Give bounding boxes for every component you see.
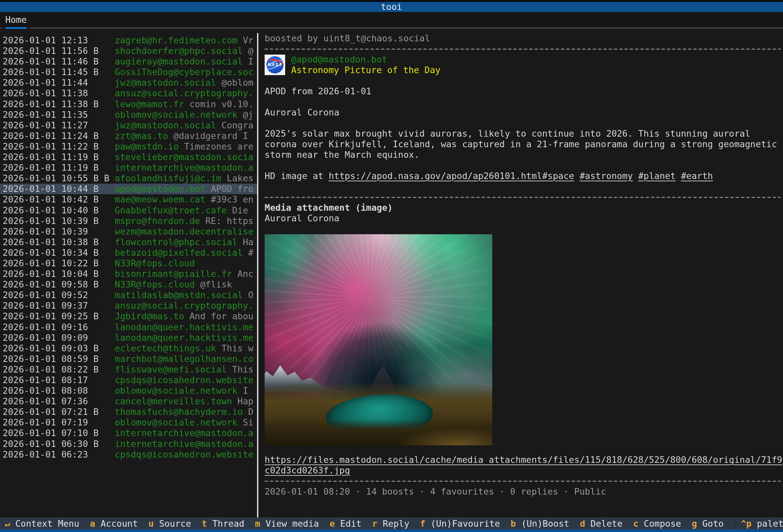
entry-timestamp: 2026-01-01 11:35 [3,109,93,120]
author-handle[interactable]: @apod@mastodon.bot [291,54,387,65]
entry-boost-flag [93,417,115,428]
media-url-link[interactable]: https://files.mastodon.social/cache/medi… [264,455,783,476]
timeline-entry[interactable]: 2026-01-01 11:45 B GossiTheDog@cyberplac… [0,67,257,77]
tab-home[interactable]: Home [5,13,27,27]
entry-boost-flag [93,226,115,237]
entry-preview: O [243,290,253,301]
timeline-entry[interactable]: 2026-01-01 12:13 zagreb@hr.fedimeteo.com… [0,35,257,46]
timeline-entry[interactable]: 2026-01-01 10:39 wezm@mastodon.decentral… [0,226,257,237]
tab-active-indicator [5,27,27,29]
timeline-entry[interactable]: 2026-01-01 08:59 B marchbot@mallegolhans… [0,354,257,364]
timeline-entry[interactable]: 2026-01-01 08:22 B flisswave@mefi.social… [0,364,257,375]
entry-account: augieray@mastodon.social [115,56,243,67]
entry-timestamp: 2026-01-01 09:16 [3,322,93,333]
statusbar-shortcut[interactable]: u Source [149,519,191,529]
timeline-list[interactable]: 2026-01-01 12:13 zagreb@hr.fedimeteo.com… [0,35,257,518]
timeline-entry[interactable]: 2026-01-01 10:55 B B afoolandhisfuji@c.i… [0,173,257,184]
entry-boost-flag [93,333,115,343]
shortcut-key: ↵ [5,519,10,529]
entry-account: Jgbird@mas.to [115,311,184,321]
timeline-entry[interactable]: 2026-01-01 08:17 cpsdqs@icosahedron.webs… [0,375,257,385]
statusbar-shortcut[interactable]: e Edit [330,519,362,529]
media-attachment-label: Media attachment (image) [264,202,783,213]
media-attachment-image[interactable] [264,234,492,445]
entry-timestamp: 2026-01-01 11:38 [3,88,93,99]
entry-timestamp: 2026-01-01 11:22 [3,141,93,152]
url-link[interactable]: https://apod.nasa.gov/apod/ap260101.html [329,171,542,181]
timeline-entry[interactable]: 2026-01-01 06:30 B internetarchive@masto… [0,439,257,449]
statusbar-shortcut[interactable]: a Account [90,519,138,529]
entry-timestamp: 2026-01-01 11:46 [3,56,93,67]
statusbar-palette-item[interactable]: ^p palette [734,518,783,529]
timeline-entry[interactable]: 2026-01-01 09:52 matildaslab@mstdn.socia… [0,290,257,301]
hashtag-link[interactable]: #space [542,171,574,181]
entry-boost-flag [93,375,115,385]
timeline-entry[interactable]: 2026-01-01 11:24 B zzt@mas.to @davidgera… [0,131,257,141]
timeline-entry[interactable]: 2026-01-01 09:58 B N33R@fops.cloud @flis… [0,279,257,290]
statusbar-shortcut[interactable]: b (Un)Boost [511,519,569,529]
timeline-entry[interactable]: 2026-01-01 11:44 jwz@mastodon.social @ob… [0,77,257,88]
timeline-entry[interactable]: 2026-01-01 11:38 ansuz@social.cryptograp… [0,88,257,99]
entry-boost-flag: B B [93,173,115,184]
timeline-entry[interactable]: 2026-01-01 10:34 B betazoid@pixelfed.soc… [0,248,257,258]
timeline-entry[interactable]: 2026-01-01 10:44 B apod@mastodon.bot APO… [0,184,257,194]
statusbar-shortcut[interactable]: d Delete [580,519,623,529]
timeline-entry[interactable]: 2026-01-01 11:22 B paw@mstdn.io Timezone… [0,141,257,152]
timeline-entry[interactable]: 2026-01-01 10:38 B flowcontrol@phpc.soci… [0,237,257,248]
timeline-entry[interactable]: 2026-01-01 11:35 oblomov@sociale.network… [0,109,257,120]
statusbar-shortcut[interactable]: m View media [255,519,319,529]
timeline-entry[interactable]: 2026-01-01 06:23 cpsdqs@icosahedron.webs… [0,449,257,460]
timeline-entry[interactable]: 2026-01-01 09:37 ansuz@social.cryptograp… [0,301,257,311]
timeline-entry[interactable]: 2026-01-01 07:36 cancel@merveilles.town … [0,396,257,407]
shortcut-label: (Un)Favourite [431,519,500,529]
entry-boost-flag [93,35,115,46]
timeline-entry[interactable]: 2026-01-01 07:10 B internetarchive@masto… [0,428,257,438]
statusbar-shortcut[interactable]: f (Un)Favourite [420,519,500,529]
entry-timestamp: 2026-01-01 10:40 [3,205,93,216]
hashtag-link[interactable]: #astronomy [580,171,633,181]
hashtag-link[interactable]: #planet [638,171,676,181]
timeline-entry[interactable]: 2026-01-01 07:21 B thomasfuchs@hachyderm… [0,407,257,417]
timeline-entry[interactable]: 2026-01-01 11:38 B lewo@mamot.fr comin v… [0,99,257,109]
timeline-entry[interactable]: 2026-01-01 10:04 B bisonrimant@piaille.f… [0,269,257,279]
timeline-entry[interactable]: 2026-01-01 10:39 B mspro@fnordon.de RE: … [0,216,257,226]
timeline-entry[interactable]: 2026-01-01 10:42 B mae@meow.woem.cat #39… [0,194,257,205]
timeline-entry[interactable]: 2026-01-01 08:08 oblomov@sociale.network… [0,385,257,396]
statusbar-shortcut[interactable]: r Reply [372,519,410,529]
pane-divider[interactable] [257,33,258,518]
timeline-entry[interactable]: 2026-01-01 11:19 B stevelieber@mastodon.… [0,152,257,162]
timeline-entry[interactable]: 2026-01-01 09:09 lanodan@queer.hacktivis… [0,333,257,343]
timeline-entry[interactable]: 2026-01-01 10:22 B N33R@fops.cloud [0,258,257,269]
statusbar-shortcut[interactable]: g Goto [692,519,724,529]
timeline-entry[interactable]: 2026-01-01 10:40 B Gnabbelfux@troet.cafe… [0,205,257,216]
timeline-entry[interactable]: 2026-01-01 11:27 jwz@mastodon.social Con… [0,120,257,131]
statusbar-shortcut[interactable]: ↵ Context Menu [5,519,80,529]
shortcut-key: g [692,519,697,529]
timeline-entry[interactable]: 2026-01-01 09:16 lanodan@queer.hacktivis… [0,322,257,333]
nasa-avatar[interactable]: NASA [264,55,285,75]
timeline-entry[interactable]: 2026-01-01 11:19 B internetarchive@masto… [0,162,257,173]
statusbar-shortcut[interactable]: c Compose [633,519,681,529]
hd-line-text: HD image at [264,171,329,181]
timeline-entry[interactable]: 2026-01-01 11:56 B shochdoerfer@phpc.soc… [0,46,257,56]
entry-timestamp: 2026-01-01 11:44 [3,77,93,88]
timeline-entry[interactable]: 2026-01-01 07:19 oblomov@sociale.network… [0,417,257,428]
entry-preview: This [227,364,254,375]
entry-boost-flag: B [93,364,115,375]
entry-timestamp: 2026-01-01 07:10 [3,428,93,438]
timeline-entry[interactable]: 2026-01-01 09:03 B eclectech@things.uk T… [0,343,257,354]
timeline-entry[interactable]: 2026-01-01 09:25 B Jgbird@mas.to And for… [0,311,257,321]
entry-boost-flag: B [93,152,115,162]
timeline-entry[interactable]: 2026-01-01 11:46 B augieray@mastodon.soc… [0,56,257,67]
tab-bar: Home [0,12,783,27]
entry-boost-flag: B [93,99,115,109]
entry-boost-flag [93,77,115,88]
hashtag-link[interactable]: #earth [681,171,713,181]
entry-timestamp: 2026-01-01 08:08 [3,385,93,396]
statusbar-shortcut[interactable]: t Thread [202,519,245,529]
entry-timestamp: 2026-01-01 08:59 [3,354,93,364]
entry-account: marchbot@mallegolhansen.co [115,354,253,364]
entry-account: eclectech@things.uk [115,343,216,354]
entry-timestamp: 2026-01-01 10:39 [3,216,93,226]
entry-account: betazoid@pixelfed.social [115,248,243,258]
